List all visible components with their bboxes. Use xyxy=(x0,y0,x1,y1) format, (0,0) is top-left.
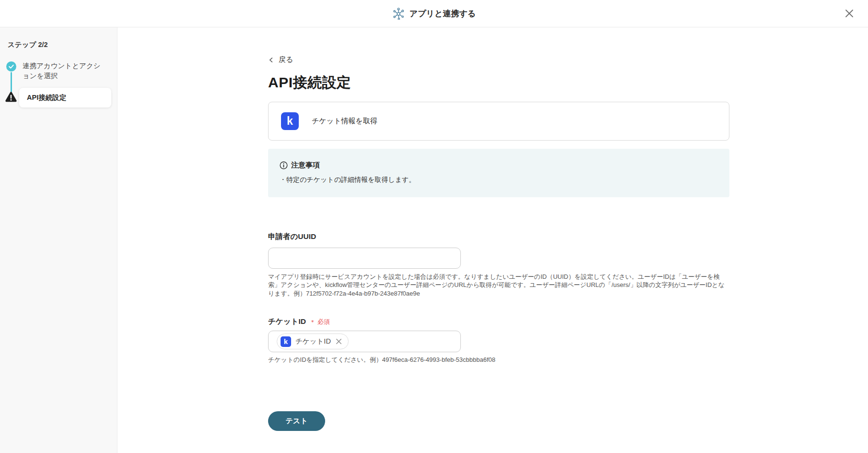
wizard-sidebar: ステップ 2/2 連携アカウントとアクションを選択 API接続設定 xyxy=(0,27,117,453)
back-button-label: 戻る xyxy=(279,55,293,64)
chevron-left-icon xyxy=(268,57,274,63)
step-connector-line xyxy=(11,72,12,92)
ticket-field-label: チケットID xyxy=(268,317,306,327)
main-panel: 戻る API接続設定 k チケット情報を取得 xyxy=(117,27,868,453)
info-icon xyxy=(280,161,288,169)
wizard-stepper: 連携アカウントとアクションを選択 API接続設定 xyxy=(0,61,117,124)
kickflow-logo-letter: k xyxy=(284,337,288,346)
step-completed-check-icon xyxy=(6,61,16,72)
uuid-field-label: 申請者のUUID xyxy=(268,232,729,242)
ticket-id-token-chip[interactable]: k チケットID xyxy=(277,334,349,349)
step-indicator: ステップ 2/2 xyxy=(0,40,117,49)
page-title: API接続設定 xyxy=(268,73,729,93)
ticket-helper-text: チケットのIDを指定してください。例）497f6eca-6276-4993-bf… xyxy=(268,356,727,364)
notice-box: 注意事項 ・特定のチケットの詳細情報を取得します。 xyxy=(268,149,729,197)
close-icon[interactable] xyxy=(843,7,856,20)
step-warning-icon xyxy=(5,91,17,103)
modal-title-group: アプリと連携する xyxy=(392,7,476,20)
kickflow-logo-icon: k xyxy=(281,336,291,347)
token-chip-label: チケットID xyxy=(295,337,331,346)
sidebar-step-api-settings[interactable]: API接続設定 xyxy=(19,88,111,107)
sidebar-step-select-account[interactable]: 連携アカウントとアクションを選択 xyxy=(23,61,105,81)
ticket-id-input[interactable]: k チケットID xyxy=(268,331,461,352)
integration-hub-icon xyxy=(392,7,405,20)
sidebar-step-api-settings-label: API接続設定 xyxy=(27,93,66,102)
required-badge: 必須 xyxy=(317,318,330,326)
notice-title: 注意事項 xyxy=(291,161,320,170)
kickflow-logo-letter: k xyxy=(287,115,293,128)
uuid-input[interactable] xyxy=(268,248,461,269)
token-remove-icon[interactable] xyxy=(335,338,342,345)
uuid-helper-text: マイアプリ登録時にサービスアカウントを設定した場合は必須です。なりすましたいユー… xyxy=(268,273,727,298)
kickflow-logo-icon: k xyxy=(281,112,299,130)
notice-item: ・特定のチケットの詳細情報を取得します。 xyxy=(280,176,718,184)
modal-title: アプリと連携する xyxy=(410,8,476,19)
required-asterisk: ＊ xyxy=(310,318,316,326)
selected-action-card: k チケット情報を取得 xyxy=(268,102,729,141)
modal-header: アプリと連携する xyxy=(0,0,868,27)
test-button[interactable]: テスト xyxy=(268,411,325,431)
selected-action-label: チケット情報を取得 xyxy=(312,117,377,126)
back-button[interactable]: 戻る xyxy=(268,55,293,64)
